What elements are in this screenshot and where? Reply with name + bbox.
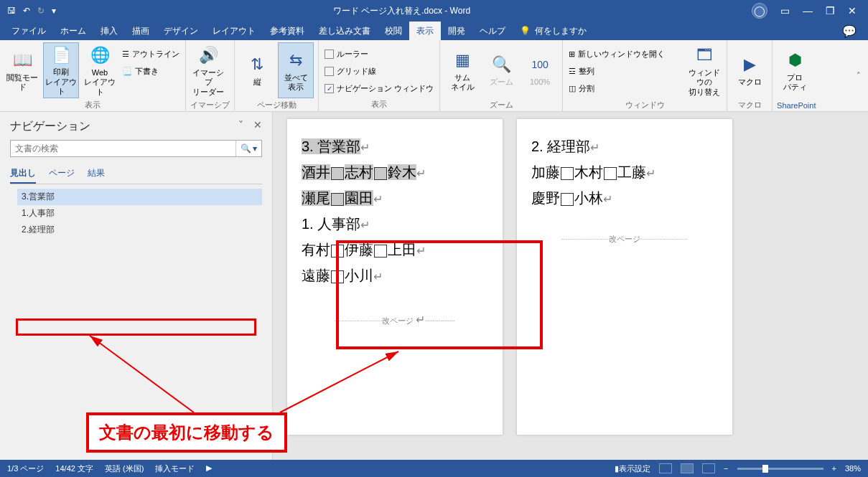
nav-item-accounting[interactable]: 2.経理部 — [17, 222, 262, 238]
tab-review[interactable]: 校閲 — [378, 22, 409, 41]
tab-references[interactable]: 参考資料 — [263, 22, 312, 41]
display-settings-button[interactable]: ▮表示設定 — [615, 463, 650, 474]
doc-text: 酒井 — [302, 164, 330, 180]
doc-text: 加藤 — [531, 164, 560, 180]
web-layout-button[interactable]: 🌐 Web レイアウト — [82, 42, 118, 98]
status-bar: 1/3 ページ 14/42 文字 英語 (米国) 挿入モード ▶ ▮表示設定 −… — [0, 460, 868, 477]
navpane-close-icon[interactable]: ✕ — [253, 119, 262, 131]
window-controls: ◯ ▭ — ❐ ✕ — [740, 3, 868, 19]
split-button[interactable]: ◫分割 — [567, 80, 666, 97]
vertical-icon: ⇅ — [246, 53, 269, 76]
vertical-button[interactable]: ⇅ 縦 — [239, 42, 275, 98]
search-button[interactable]: 🔍▾ — [235, 141, 261, 156]
immersive-reader-button[interactable]: 🔊 イマーシブ リーダー — [190, 42, 226, 98]
zoom-slider-thumb[interactable] — [762, 465, 768, 473]
account-avatar-icon[interactable]: ◯ — [752, 3, 767, 19]
lightbulb-icon: 💡 — [520, 26, 531, 36]
view-read-button[interactable] — [659, 463, 672, 473]
read-mode-button[interactable]: 📖 閲覧モード — [4, 42, 40, 98]
navtab-results[interactable]: 結果 — [88, 164, 105, 184]
nav-tabs: 見出し ページ 結果 — [10, 164, 262, 184]
redo-icon[interactable]: ↻ — [37, 6, 45, 16]
navtab-pages[interactable]: ページ — [49, 164, 75, 184]
tab-layout[interactable]: レイアウト — [205, 22, 263, 41]
group-zoom-label: ズーム — [444, 98, 558, 112]
print-layout-icon: 📄 — [50, 44, 73, 66]
zoom-level[interactable]: 38% — [845, 464, 861, 473]
tab-home[interactable]: ホーム — [53, 22, 93, 41]
zoom-in-button[interactable]: + — [832, 464, 836, 473]
search-box[interactable]: 🔍▾ — [10, 140, 262, 157]
navpane-chevron-down-icon[interactable]: ˅ — [238, 119, 243, 131]
doc-text: 遠藤 — [302, 268, 330, 283]
ruler-checkbox[interactable]: ルーラー — [323, 45, 435, 62]
group-window: ⊞新しいウィンドウを開く ☲整列 ◫分割 🗔 ウィンドウの 切り替え ウィンドウ — [563, 40, 727, 111]
group-show-label: 表示 — [323, 98, 435, 111]
side-by-side-button[interactable]: ⇆ 並べて 表示 — [278, 42, 314, 98]
zoom-button: 🔍 ズーム — [483, 42, 519, 98]
switch-windows-icon: 🗔 — [693, 44, 716, 67]
group-macro-label: マクロ — [732, 98, 767, 112]
view-print-button[interactable] — [681, 463, 694, 473]
status-page[interactable]: 1/3 ページ — [7, 463, 44, 474]
split-icon: ◫ — [569, 84, 576, 93]
collapse-ribbon-button[interactable]: ˄ — [849, 40, 868, 111]
macros-icon: ▶ — [738, 53, 761, 76]
switch-windows-button[interactable]: 🗔 ウィンドウの 切り替え — [686, 42, 722, 98]
doc-text: 有村 — [302, 242, 330, 258]
macro-record-icon[interactable]: ▶ — [206, 463, 212, 474]
navpane-checkbox[interactable]: ✓ナビゲーション ウィンドウ — [323, 80, 435, 97]
doc-heading-hr: 1. 人事部 — [302, 216, 360, 232]
checkbox-icon — [325, 49, 334, 59]
paragraph-mark-icon: ↵ — [360, 141, 370, 154]
undo-icon[interactable]: ↶ — [23, 6, 30, 16]
tab-developer[interactable]: 開発 — [441, 22, 472, 41]
macros-button[interactable]: ▶ マクロ — [732, 42, 767, 98]
restore-icon[interactable]: ❐ — [826, 5, 835, 16]
gridlines-checkbox[interactable]: グリッド線 — [323, 62, 435, 80]
hundred-icon: 100 — [528, 53, 551, 76]
immersive-reader-icon: 🔊 — [197, 44, 220, 67]
paragraph-mark-icon: ↵ — [646, 167, 655, 179]
nav-headings-list: 3.営業部 1.人事部 2.経理部 — [10, 189, 262, 238]
arrange-button[interactable]: ☲整列 — [567, 62, 666, 80]
doc-text: 志村 — [345, 164, 373, 180]
tell-me-search[interactable]: 💡 何をしますか — [520, 25, 587, 37]
paragraph-mark-icon: ↵ — [360, 219, 370, 231]
tab-design[interactable]: デザイン — [157, 22, 205, 41]
group-macro: ▶ マクロ マクロ — [727, 40, 773, 111]
close-icon[interactable]: ✕ — [848, 5, 857, 16]
qat-more-icon[interactable]: ▾ — [52, 6, 56, 16]
new-window-button[interactable]: ⊞新しいウィンドウを開く — [567, 45, 666, 62]
status-word-count[interactable]: 14/42 文字 — [55, 463, 93, 474]
tab-help[interactable]: ヘルプ — [472, 22, 513, 41]
nav-item-sales[interactable]: 3.営業部 — [17, 189, 262, 205]
status-insert-mode[interactable]: 挿入モード — [155, 463, 195, 474]
doc-text: 園田 — [345, 190, 373, 206]
tell-me-label: 何をしますか — [535, 25, 587, 37]
save-icon[interactable]: 🖫 — [7, 6, 16, 16]
print-layout-button[interactable]: 📄 印刷 レイアウト — [43, 42, 79, 98]
zoom-slider[interactable] — [737, 468, 823, 470]
tab-file[interactable]: ファイル — [4, 22, 53, 41]
ribbon-display-icon[interactable]: ▭ — [780, 5, 790, 16]
share-icon[interactable]: 💬 — [842, 24, 864, 38]
tab-insert[interactable]: 挿入 — [93, 22, 125, 41]
zoom-out-button[interactable]: − — [724, 464, 728, 473]
view-web-button[interactable] — [702, 463, 715, 473]
tab-mailings[interactable]: 差し込み文書 — [312, 22, 378, 41]
search-input[interactable] — [11, 141, 235, 156]
tab-draw[interactable]: 描画 — [125, 22, 157, 41]
thumbnails-button[interactable]: ▦ サム ネイル — [444, 42, 480, 98]
minimize-icon[interactable]: — — [803, 5, 813, 16]
outline-icon: ☰ — [122, 49, 129, 59]
page-2: 2. 経理部↵ 加藤木村工藤↵ 慶野小林↵ 改ページ — [517, 119, 732, 435]
nav-item-hr[interactable]: 1.人事部 — [17, 205, 262, 222]
status-language[interactable]: 英語 (米国) — [105, 463, 144, 474]
navtab-headings[interactable]: 見出し — [10, 164, 36, 184]
draft-button[interactable]: 📃下書き — [121, 62, 181, 80]
tab-view[interactable]: 表示 — [409, 22, 441, 41]
outline-button[interactable]: ☰アウトライン — [121, 45, 181, 62]
annotation-callout: 文書の最初に移動する — [86, 412, 287, 453]
properties-button[interactable]: ⬢ プロ パティ — [777, 42, 813, 98]
